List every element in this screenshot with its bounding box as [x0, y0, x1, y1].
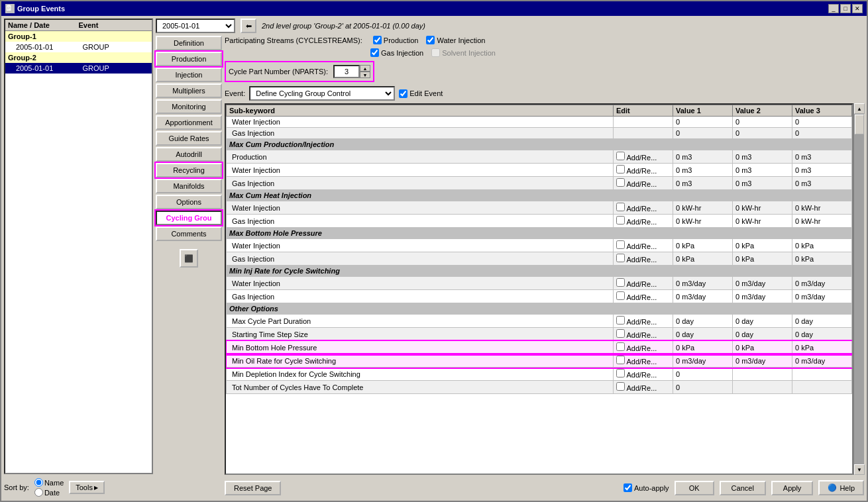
table-row: Gas Injection Add/Re... 0 kW-hr 0 kW-hr … — [227, 215, 852, 228]
date-selector[interactable]: 2005-01-01 — [156, 19, 235, 33]
sort-name-option[interactable]: Name — [34, 478, 64, 487]
titlebar: 🗓 Group Events _ □ ✕ — [1, 1, 867, 16]
nav-apportionment[interactable]: Apportionment — [156, 115, 222, 130]
edit-checkbox[interactable] — [616, 382, 625, 391]
table-row-min-bhp: Min Bottom Hole Pressure Add/Re... 0 kPa… — [227, 341, 852, 354]
edit-checkbox[interactable] — [616, 240, 625, 249]
nav-autodrill[interactable]: Autodrill — [156, 147, 222, 162]
cycle-part-input[interactable] — [333, 65, 360, 78]
cycle-spinner: ▲ ▼ — [333, 65, 370, 78]
minimize-button[interactable]: _ — [828, 4, 839, 13]
tree-col-name: Name / Date — [8, 21, 79, 29]
apply-button[interactable]: Apply — [771, 481, 814, 495]
col-value3: Value 3 — [792, 105, 852, 117]
nav-manifolds[interactable]: Manifolds — [156, 179, 222, 193]
col-edit: Edit — [614, 105, 673, 117]
edit-checkbox[interactable] — [616, 329, 625, 338]
edit-checkbox[interactable] — [616, 178, 625, 187]
scroll-down-button[interactable]: ▼ — [854, 464, 865, 475]
data-table[interactable]: Sub-keyword Edit Value 1 Value 2 Value 3 — [225, 103, 853, 475]
tree-item-group2-date[interactable]: 2005-01-01GROUP — [5, 63, 152, 74]
water-injection-checkbox[interactable] — [426, 36, 435, 44]
section-header-other: Other Options — [227, 303, 852, 315]
production-checkbox[interactable] — [373, 36, 382, 44]
table-row: Water Injection Add/Re... 0 m3 0 m3 0 m3 — [227, 164, 852, 177]
cycle-part-down-button[interactable]: ▼ — [360, 72, 370, 78]
auto-apply-label[interactable]: Auto-apply — [624, 483, 669, 492]
nav-definition[interactable]: Definition — [156, 36, 222, 50]
scroll-up-button[interactable]: ▲ — [854, 103, 865, 114]
event-selector[interactable]: Define Cycling Group Control — [249, 86, 395, 101]
help-button[interactable]: 🔵 Help — [818, 480, 864, 495]
section-header-bhp: Max Bottom Hole Pressure — [227, 228, 852, 239]
nav-multipliers[interactable]: Multipliers — [156, 83, 222, 98]
reset-page-button[interactable]: Reset Page — [225, 481, 281, 495]
sort-date-radio[interactable] — [34, 488, 43, 497]
right-panel: 2005-01-01 ⬅ 2nd level group 'Group-2' a… — [156, 19, 864, 498]
cancel-button[interactable]: Cancel — [720, 481, 766, 495]
close-button[interactable]: ✕ — [852, 4, 863, 13]
edit-checkbox[interactable] — [616, 316, 625, 325]
cycle-part-label: Cycle Part Number (NPARTS): — [229, 68, 328, 75]
nav-arrow-button[interactable]: ⬅ — [241, 19, 256, 33]
solvent-injection-label: Solvent Injection — [442, 49, 496, 57]
section-header-heat: Max Cum Heat Injection — [227, 190, 852, 201]
edit-checkbox[interactable] — [616, 278, 625, 287]
edit-checkbox[interactable] — [616, 254, 625, 262]
table-row-min-oil: Min Oil Rate for Cycle Switching Add/Re.… — [227, 354, 852, 368]
cycle-part-up-button[interactable]: ▲ — [360, 65, 370, 72]
gas-injection-checkbox-label[interactable]: Gas Injection — [370, 48, 423, 57]
tools-button[interactable]: Tools ▶ — [69, 481, 105, 494]
tree-item-group1[interactable]: Group-1 — [5, 31, 152, 42]
ok-button[interactable]: OK — [675, 481, 714, 495]
content-area: Definition Production Injection Multipli… — [156, 36, 864, 498]
cycle-row: Cycle Part Number (NPARTS): ▲ ▼ — [225, 61, 374, 82]
gas-injection-checkbox[interactable] — [370, 48, 379, 57]
nav-options[interactable]: Options — [156, 195, 222, 209]
nav-icon-button[interactable]: ⬛ — [180, 249, 198, 268]
nav-guide-rates[interactable]: Guide Rates — [156, 131, 222, 146]
sort-radio-group: Name Date — [34, 478, 64, 497]
sort-date-label: Date — [44, 489, 60, 497]
section-header-min-inj: Min Inj Rate for Cycle Switching — [227, 266, 852, 277]
sort-name-radio[interactable] — [34, 478, 43, 487]
nav-sidebar: Definition Production Injection Multipli… — [156, 36, 222, 498]
tools-arrow-icon: ▶ — [94, 485, 98, 491]
edit-checkbox[interactable] — [616, 356, 625, 364]
table-row: Gas Injection Add/Re... 0 m3/day 0 m3/da… — [227, 290, 852, 303]
scroll-thumb[interactable] — [855, 115, 864, 134]
edit-event-checkbox[interactable] — [399, 89, 407, 98]
edit-event-checkbox-label[interactable]: Edit Event — [399, 89, 443, 98]
sort-name-label: Name — [44, 479, 64, 487]
production-label: Production — [384, 36, 419, 44]
nav-injection[interactable]: Injection — [156, 68, 222, 82]
edit-checkbox[interactable] — [616, 291, 625, 300]
tree-header: Name / Date Event — [5, 20, 152, 31]
edit-checkbox[interactable] — [616, 369, 625, 377]
nav-monitoring[interactable]: Monitoring — [156, 99, 222, 114]
edit-checkbox[interactable] — [616, 216, 625, 225]
nav-recycling[interactable]: Recycling — [156, 163, 222, 177]
nav-comments[interactable]: Comments — [156, 226, 222, 241]
water-injection-checkbox-label[interactable]: Water Injection — [426, 36, 485, 44]
table-row: Tot Number of Cycles Have To Complete Ad… — [227, 381, 852, 394]
sort-date-option[interactable]: Date — [34, 488, 64, 497]
auto-apply-text: Auto-apply — [634, 484, 669, 492]
tree-item-group1-date[interactable]: 2005-01-01GROUP — [5, 42, 152, 52]
edit-checkbox[interactable] — [616, 152, 625, 160]
event-label: Event: — [225, 89, 245, 97]
maximize-button[interactable]: □ — [840, 4, 851, 13]
edit-checkbox[interactable] — [616, 342, 625, 351]
help-label: Help — [840, 484, 855, 492]
edit-checkbox[interactable] — [616, 203, 625, 211]
solvent-injection-checkbox — [431, 48, 440, 57]
auto-apply-checkbox[interactable] — [624, 483, 632, 492]
edit-checkbox[interactable] — [616, 165, 625, 174]
tree-item-group2[interactable]: Group-2 — [5, 52, 152, 63]
edit-event-label: Edit Event — [409, 89, 443, 97]
nav-cycling-group[interactable]: Cycling Grou — [156, 211, 222, 225]
col-value2: Value 2 — [733, 105, 792, 117]
nav-production[interactable]: Production — [156, 52, 222, 66]
production-checkbox-label[interactable]: Production — [373, 36, 419, 44]
tools-label: Tools — [76, 483, 93, 491]
